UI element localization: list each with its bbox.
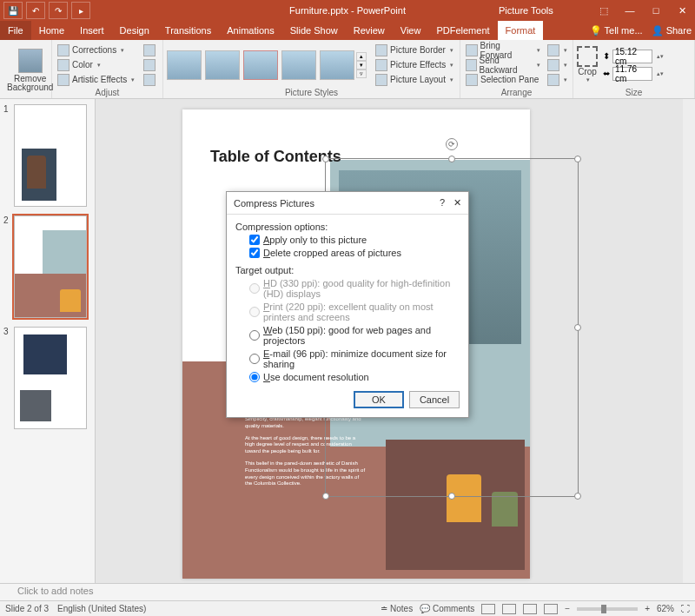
zoom-slider[interactable]: [577, 607, 638, 611]
tab-file[interactable]: File: [0, 21, 31, 40]
notes-toggle[interactable]: ≐ Notes: [381, 604, 413, 613]
group-button[interactable]: ▾: [546, 58, 569, 72]
picture-border-button[interactable]: Picture Border▾: [374, 43, 455, 57]
resize-handle[interactable]: [322, 493, 329, 500]
help-button[interactable]: ?: [440, 197, 445, 209]
resize-handle[interactable]: [448, 493, 455, 500]
resize-handle[interactable]: [322, 156, 329, 162]
style-thumb[interactable]: [205, 50, 240, 80]
send-backward-button[interactable]: Send Backward▾: [464, 58, 542, 72]
fit-window-icon[interactable]: ⛶: [681, 604, 690, 613]
effects-icon: [375, 59, 387, 71]
toc-title[interactable]: Table of Contents: [210, 148, 341, 166]
thumb-number: 1: [3, 104, 10, 207]
web-radio[interactable]: Web (150 ppi): good for web pages and pr…: [249, 325, 460, 346]
sorter-view-icon[interactable]: [502, 604, 516, 614]
start-show-icon[interactable]: ▸: [71, 2, 90, 19]
corrections-button[interactable]: Corrections▾: [56, 43, 136, 57]
thumbnail-3[interactable]: [14, 327, 87, 429]
picture-styles-gallery[interactable]: [167, 50, 354, 80]
reset-icon: [143, 74, 156, 86]
resize-handle[interactable]: [574, 156, 581, 162]
style-thumb[interactable]: [243, 50, 278, 80]
tab-insert[interactable]: Insert: [72, 21, 112, 40]
height-icon: ⬍: [603, 51, 610, 61]
ribbon-options-icon[interactable]: ⬚: [591, 0, 617, 21]
window-title: Furniture.pptx - PowerPoint: [289, 5, 406, 16]
notes-pane[interactable]: Click to add notes: [0, 583, 695, 600]
comments-toggle[interactable]: 💬 Comments: [420, 604, 474, 613]
width-input[interactable]: 11.76 cm: [612, 67, 652, 81]
picture-effects-button[interactable]: Picture Effects▾: [374, 58, 455, 72]
tab-design[interactable]: Design: [112, 21, 157, 40]
share-button[interactable]: 👤 Share: [652, 25, 692, 36]
resize-handle[interactable]: [574, 324, 581, 331]
thumbnail-2[interactable]: [14, 215, 87, 318]
color-button[interactable]: Color▾: [56, 58, 136, 72]
save-icon[interactable]: 💾: [3, 2, 23, 19]
tab-review[interactable]: Review: [346, 21, 393, 40]
slideshow-view-icon[interactable]: [544, 604, 558, 614]
close-icon[interactable]: ✕: [669, 0, 695, 21]
group-label-adjust: Adjust: [56, 88, 159, 98]
rotate-button[interactable]: ▾: [546, 73, 569, 87]
dialog-title: Compress Pictures: [234, 198, 314, 209]
slide-indicator[interactable]: Slide 2 of 3: [5, 604, 49, 613]
picture-layout-button[interactable]: Picture Layout▾: [374, 73, 455, 87]
tell-me[interactable]: 💡 Tell me...: [590, 25, 643, 36]
remove-background-button[interactable]: Remove Background: [3, 47, 56, 94]
cancel-button[interactable]: Cancel: [409, 391, 460, 408]
tab-home[interactable]: Home: [31, 21, 72, 40]
selection-pane-button[interactable]: Selection Pane: [464, 73, 542, 87]
compress-pictures-dialog: Compress Pictures ? ✕ Compression option…: [226, 191, 469, 418]
rotate-handle[interactable]: ⟳: [446, 138, 458, 150]
dialog-titlebar[interactable]: Compress Pictures ? ✕: [227, 192, 468, 215]
resize-handle[interactable]: [448, 156, 455, 162]
tab-view[interactable]: View: [393, 21, 429, 40]
undo-icon[interactable]: ↶: [26, 2, 45, 19]
tab-transitions[interactable]: Transitions: [157, 21, 219, 40]
border-icon: [375, 44, 387, 56]
artistic-effects-button[interactable]: Artistic Effects▾: [56, 73, 136, 87]
vertical-scrollbar[interactable]: [683, 99, 695, 583]
crop-button[interactable]: Crop▾: [577, 46, 598, 83]
zoom-in-button[interactable]: +: [645, 604, 650, 613]
email-radio[interactable]: E-mail (96 ppi): minimize document size …: [249, 348, 460, 369]
style-thumb[interactable]: [320, 50, 354, 80]
corrections-icon: [57, 44, 70, 56]
gallery-scroll[interactable]: ▴▾▿: [356, 52, 367, 78]
status-bar: Slide 2 of 3 English (United States) ≐ N…: [0, 600, 695, 616]
align-button[interactable]: ▾: [546, 43, 569, 57]
style-thumb[interactable]: [167, 50, 202, 80]
thumb-number: 2: [3, 215, 10, 318]
zoom-out-button[interactable]: −: [565, 604, 570, 613]
docres-radio[interactable]: Use document resolution: [249, 372, 460, 382]
selection-pane-icon: [466, 74, 478, 86]
thumb-number: 3: [3, 327, 10, 429]
delete-cropped-checkbox[interactable]: Delete cropped areas of pictures: [249, 248, 460, 258]
maximize-icon[interactable]: □: [643, 0, 669, 21]
bring-forward-icon: [466, 44, 478, 56]
minimize-icon[interactable]: —: [617, 0, 643, 21]
height-input[interactable]: 15.12 cm: [612, 50, 652, 63]
tab-pdfelement[interactable]: PDFelement: [428, 21, 497, 40]
tab-animations[interactable]: Animations: [219, 21, 281, 40]
style-thumb[interactable]: [281, 50, 316, 80]
reset-picture-button[interactable]: [142, 73, 157, 87]
width-icon: ⬌: [603, 69, 610, 78]
thumbnail-1[interactable]: [14, 104, 87, 207]
redo-icon[interactable]: ↷: [49, 2, 68, 19]
apply-only-checkbox[interactable]: Apply only to this picture: [249, 235, 460, 245]
language-indicator[interactable]: English (United States): [57, 604, 146, 613]
normal-view-icon[interactable]: [481, 604, 495, 614]
layout-icon: [375, 74, 387, 86]
ok-button[interactable]: OK: [354, 391, 404, 408]
change-picture-button[interactable]: [142, 58, 157, 72]
tab-format[interactable]: Format: [498, 21, 544, 40]
tab-slideshow[interactable]: Slide Show: [282, 21, 346, 40]
resize-handle[interactable]: [574, 493, 581, 500]
close-button[interactable]: ✕: [453, 197, 461, 209]
reading-view-icon[interactable]: [523, 604, 537, 614]
compress-pictures-button[interactable]: [142, 43, 157, 57]
zoom-level[interactable]: 62%: [657, 604, 674, 613]
